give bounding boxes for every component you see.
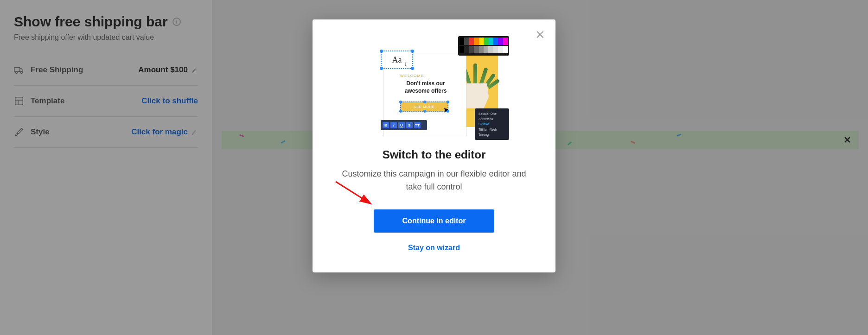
modal-title: Switch to the editor — [335, 148, 533, 161]
illustration-format-toolbar: BIUSTT — [381, 120, 427, 130]
continue-in-editor-button[interactable]: Continue in editor — [374, 209, 494, 233]
illustration-color-palette — [458, 36, 509, 56]
illustration-eyebrow: WELCOME — [400, 74, 424, 78]
cursor-icon: ➤ — [442, 105, 450, 114]
stay-on-wizard-link[interactable]: Stay on wizard — [408, 244, 460, 252]
modal-overlay: ✕ Aa — [0, 0, 868, 335]
editor-illustration: Aa I WELCOME Don't miss our awesome offe… — [364, 40, 504, 137]
close-icon[interactable]: ✕ — [535, 29, 545, 41]
modal-description: Customize this campaign in our flexible … — [335, 168, 533, 194]
illustration-cta-selection: SEE MORE — [400, 101, 448, 112]
illustration-font-list: Secular One Shrikhand Signika Titillium … — [475, 108, 509, 140]
illustration-text-selection: Aa I — [381, 51, 413, 69]
illustration-headline: Don't miss our awesome offers — [400, 80, 451, 95]
switch-editor-modal: ✕ Aa — [313, 19, 555, 272]
